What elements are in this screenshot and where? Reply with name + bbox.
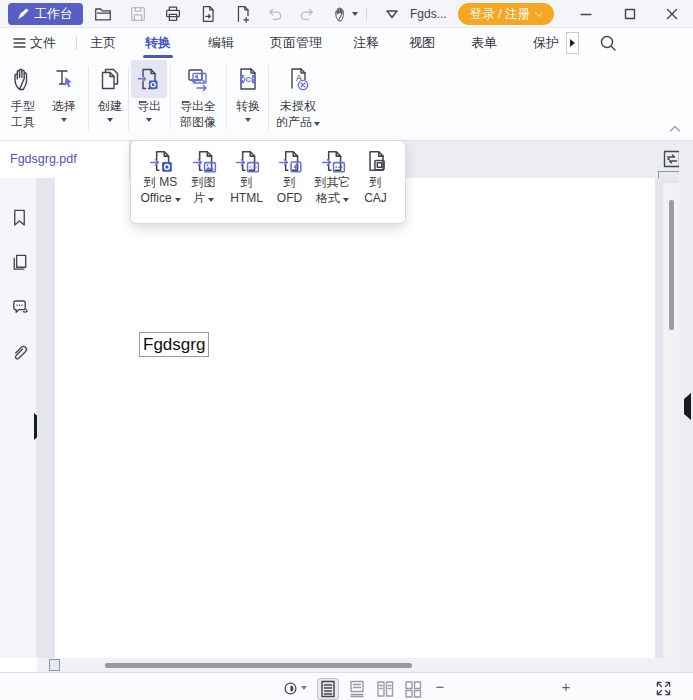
vertical-scrollbar[interactable] bbox=[663, 183, 679, 658]
save-button[interactable] bbox=[126, 2, 150, 26]
ribbon-divider bbox=[226, 66, 227, 130]
menu-tab-convert[interactable]: 转换 bbox=[145, 28, 171, 58]
pages-panel-button[interactable] bbox=[8, 251, 30, 273]
login-register-button[interactable]: 登录 / 注册 bbox=[458, 3, 554, 25]
attachments-panel-button[interactable] bbox=[8, 340, 30, 362]
maximize-button[interactable] bbox=[618, 2, 642, 26]
menu-tab-edit[interactable]: 编辑 bbox=[208, 28, 234, 58]
menubar: 文件 主页 转换 编辑 页面管理 注释 视图 表单 保护 bbox=[0, 28, 693, 58]
horizontal-scrollbar-box[interactable] bbox=[49, 659, 60, 671]
menu-tab-file[interactable]: 文件 bbox=[30, 28, 56, 58]
chevron-down-icon bbox=[314, 122, 320, 126]
export-to-ms-office-item[interactable]: 到 MS Office bbox=[139, 148, 182, 206]
titlebar-document-name: Fgds... bbox=[410, 0, 447, 28]
workbench-logo-button[interactable]: 工作台 bbox=[8, 3, 83, 25]
chevron-down-icon bbox=[146, 118, 152, 122]
login-label: 登录 / 注册 bbox=[470, 6, 530, 23]
quick-access-dropdown-button[interactable] bbox=[380, 2, 404, 26]
export-to-ofd-item[interactable]: 到 OFD bbox=[268, 148, 311, 206]
triangle-left-icon bbox=[684, 393, 691, 420]
export-to-image-item[interactable]: 到图 片 bbox=[182, 148, 225, 206]
fullscreen-button[interactable] bbox=[653, 679, 673, 697]
chevron-down-icon bbox=[61, 118, 67, 122]
triangle-right-icon bbox=[570, 39, 575, 47]
workbench-label: 工作台 bbox=[34, 5, 73, 23]
menu-tab-comment[interactable]: 注释 bbox=[353, 28, 379, 58]
continuous-view-button[interactable] bbox=[346, 678, 368, 700]
ribbon-divider bbox=[170, 66, 171, 130]
chevron-down-icon bbox=[343, 198, 349, 202]
print-button[interactable] bbox=[161, 2, 185, 26]
more-tabs-button[interactable] bbox=[566, 32, 579, 54]
pen-icon bbox=[16, 7, 30, 21]
read-mode-button[interactable] bbox=[280, 679, 310, 697]
export-doc-icon bbox=[131, 60, 167, 98]
doc-to-caj-icon bbox=[363, 148, 389, 174]
titlebar: 工作台 Fgds... 登录 bbox=[0, 0, 693, 28]
collapse-ribbon-button[interactable] bbox=[668, 122, 688, 136]
pdf-page[interactable]: Fgdsgrg bbox=[55, 178, 655, 658]
select-tool-button[interactable]: 选择 bbox=[44, 60, 84, 122]
titlebar-divider bbox=[366, 7, 367, 21]
menu-tab-protect[interactable]: 保护 bbox=[533, 28, 559, 58]
export-pdf-button[interactable] bbox=[196, 2, 220, 26]
comments-panel-button[interactable] bbox=[8, 295, 30, 317]
export-dropdown-panel: 到 MS Office 到图 片 </> 到 HTML 到 OFD bbox=[130, 140, 406, 224]
expand-right-panel-handle[interactable] bbox=[684, 399, 691, 414]
new-page-button[interactable] bbox=[231, 2, 255, 26]
export-to-other-formats-item[interactable]: 到其它 格式 bbox=[311, 148, 354, 206]
search-button[interactable] bbox=[598, 33, 618, 53]
hand-tool-button[interactable]: 手型 工具 bbox=[4, 60, 42, 130]
chevron-down-icon bbox=[245, 118, 251, 122]
unauthorized-doc-icon: A bbox=[272, 60, 324, 98]
document-text-field[interactable]: Fgdsgrg bbox=[139, 332, 209, 357]
zoom-out-button[interactable]: − bbox=[432, 676, 448, 696]
doc-to-ofd-icon bbox=[277, 148, 303, 174]
menu-tab-home[interactable]: 主页 bbox=[90, 28, 116, 58]
ribbon-divider bbox=[88, 66, 89, 130]
horizontal-scrollbar-thumb[interactable] bbox=[105, 663, 412, 668]
doc-to-html-icon: </> bbox=[234, 148, 260, 174]
menu-tab-form[interactable]: 表单 bbox=[471, 28, 497, 58]
hand-tool-quick-button[interactable] bbox=[328, 2, 362, 26]
bookmarks-panel-button[interactable] bbox=[8, 206, 30, 228]
open-file-button[interactable] bbox=[91, 2, 115, 26]
close-button[interactable] bbox=[660, 2, 684, 26]
select-cursor-icon bbox=[44, 60, 84, 98]
menubar-divider bbox=[76, 36, 77, 50]
chevron-down-icon bbox=[208, 198, 214, 202]
ribbon-divider bbox=[268, 66, 269, 130]
app-window: 工作台 Fgds... 登录 bbox=[0, 0, 693, 700]
redo-button[interactable] bbox=[296, 2, 320, 26]
ribbon-toolbar: 手型 工具 选择 创建 导出 bbox=[0, 58, 693, 141]
chevron-down-icon bbox=[175, 198, 181, 202]
statusbar: − + 150.35% bbox=[0, 672, 693, 700]
chevron-down-icon bbox=[107, 118, 113, 122]
single-page-view-button[interactable] bbox=[317, 678, 339, 700]
zoom-in-button[interactable]: + bbox=[558, 676, 574, 696]
document-tab-label: Fgdsgrg.pdf bbox=[10, 152, 77, 166]
hamburger-menu-icon[interactable] bbox=[12, 36, 27, 50]
svg-text:</>: </> bbox=[249, 164, 257, 170]
menu-tab-page-management[interactable]: 页面管理 bbox=[270, 28, 322, 58]
export-to-caj-item[interactable]: 到 CAJ bbox=[354, 148, 397, 206]
menu-tab-view[interactable]: 视图 bbox=[409, 28, 435, 58]
doc-to-office-icon bbox=[148, 148, 174, 174]
export-button[interactable]: 导出 bbox=[131, 60, 167, 122]
undo-button[interactable] bbox=[262, 2, 286, 26]
export-to-html-item[interactable]: </> 到 HTML bbox=[225, 148, 268, 206]
ribbon-divider bbox=[128, 66, 129, 130]
export-all-images-button[interactable]: 导出全 部图像 bbox=[174, 60, 222, 130]
ocr-doc-icon: OCR bbox=[231, 60, 265, 98]
unauthorized-products-button[interactable]: A 未授权 的产品 bbox=[272, 60, 324, 130]
grid-view-button[interactable] bbox=[402, 678, 424, 700]
facing-pages-view-button[interactable] bbox=[374, 678, 396, 700]
document-tab[interactable]: Fgdsgrg.pdf bbox=[0, 141, 130, 178]
chevron-down-icon bbox=[352, 12, 358, 16]
vertical-scrollbar-thumb[interactable] bbox=[669, 200, 674, 330]
convert-ocr-button[interactable]: OCR 转换 bbox=[231, 60, 265, 122]
navigation-sidebar bbox=[0, 178, 37, 658]
create-pdf-button[interactable]: 创建 bbox=[93, 60, 127, 122]
images-export-icon bbox=[174, 60, 222, 98]
minimize-button[interactable] bbox=[574, 2, 598, 26]
